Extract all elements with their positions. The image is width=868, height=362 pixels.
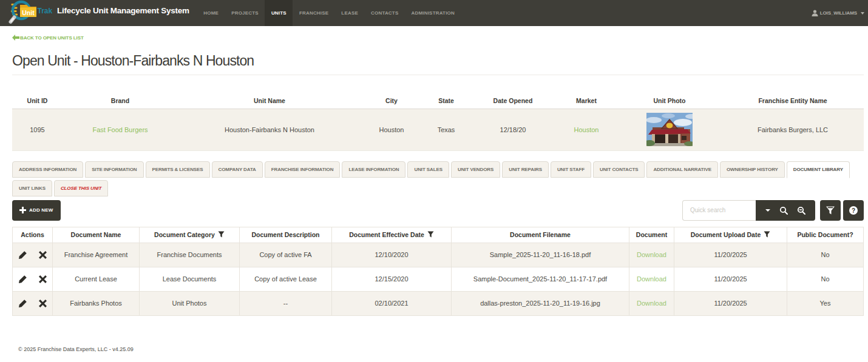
edit-icon[interactable]	[18, 299, 27, 308]
actions-cell	[13, 243, 53, 267]
franchise-entity-cell: Fairbanks Burgers, LLC	[722, 109, 864, 150]
tab-lease-information[interactable]: LEASE INFORMATION	[342, 161, 405, 178]
city-cell: Houston	[361, 109, 422, 150]
tab-row-1: ADDRESS INFORMATIONSITE INFORMATIONPERMI…	[12, 161, 864, 180]
search-button-group	[756, 200, 815, 221]
documents-table: ActionsDocument NameDocument CategoryDoc…	[12, 227, 864, 316]
document-filename-cell: dallas-preston_2025-11-20_11-19-16.jpg	[452, 291, 629, 315]
tab-close-this-unit[interactable]: CLOSE THIS UNIT	[54, 180, 108, 196]
summary-header: City	[361, 75, 422, 109]
download-link[interactable]: Download	[629, 267, 674, 291]
tab-unit-contacts[interactable]: UNIT CONTACTS	[593, 161, 645, 178]
actions-cell	[13, 267, 53, 291]
summary-header: Date Opened	[470, 75, 555, 109]
summary-header: Unit ID	[12, 75, 63, 109]
user-icon	[812, 10, 818, 16]
download-link[interactable]: Download	[629, 243, 674, 267]
tab-ownership-history[interactable]: OWNERSHIP HISTORY	[720, 161, 785, 178]
tab-unit-sales[interactable]: UNIT SALES	[407, 161, 449, 178]
summary-header: Unit Photo	[617, 75, 722, 109]
document-description-cell: Copy of active Lease	[240, 267, 332, 291]
page-title: Open Unit - Houston-Fairbanks N Houston	[12, 53, 864, 69]
nav-item-units[interactable]: UNITS	[265, 0, 293, 26]
unit-name-cell: Houston-Fairbanks N Houston	[178, 109, 361, 150]
unittrak-logo-icon: Unit Trak	[8, 0, 52, 26]
help-button[interactable]: ?	[843, 200, 864, 221]
chevron-down-icon	[861, 12, 864, 15]
search-icon[interactable]	[779, 206, 788, 215]
documents-header-document-effective-date[interactable]: Document Effective Date	[332, 227, 452, 243]
document-category-cell: Lease Documents	[140, 267, 240, 291]
nav-item-contacts[interactable]: CONTACTS	[365, 0, 405, 26]
svg-text:Trak: Trak	[38, 7, 53, 15]
documents-header-document: Document	[629, 227, 674, 243]
documents-header-public-document-: Public Document?	[787, 227, 864, 243]
unit-tabs: ADDRESS INFORMATIONSITE INFORMATIONPERMI…	[12, 161, 864, 199]
quick-search	[682, 200, 815, 221]
document-row: Franchise Agreement Franchise Documents …	[13, 243, 864, 267]
tab-address-information[interactable]: ADDRESS INFORMATION	[12, 161, 83, 178]
edit-icon[interactable]	[18, 250, 27, 260]
documents-header-document-name: Document Name	[53, 227, 140, 243]
edit-icon[interactable]	[18, 275, 27, 284]
documents-header-document-upload-date[interactable]: Document Upload Date	[674, 227, 787, 243]
main-nav: HOMEPROJECTSUNITSFRANCHISELEASECONTACTSA…	[197, 0, 461, 26]
document-upload-date-cell: 11/20/2025	[674, 267, 787, 291]
tab-unit-links[interactable]: UNIT LINKS	[12, 180, 52, 196]
nav-item-projects[interactable]: PROJECTS	[225, 0, 265, 26]
delete-icon[interactable]	[39, 251, 47, 259]
back-to-open-units-link[interactable]: BACK TO OPEN UNITS LIST	[12, 35, 84, 41]
tab-company-data[interactable]: COMPANY DATA	[212, 161, 263, 178]
tab-document-library[interactable]: DOCUMENT LIBRARY	[787, 161, 850, 178]
tab-unit-vendors[interactable]: UNIT VENDORS	[451, 161, 500, 178]
footer-copyright: © 2025 Franchise Data Experts, LLC - v4.…	[18, 346, 864, 352]
arrow-left-icon	[12, 35, 19, 41]
toolbar-right: ?	[682, 200, 864, 221]
page-content: BACK TO OPEN UNITS LIST Open Unit - Hous…	[0, 26, 868, 352]
nav-item-franchise[interactable]: FRANCHISE	[293, 0, 334, 26]
tab-permits-licenses[interactable]: PERMITS & LICENSES	[146, 161, 210, 178]
summary-header: Market	[555, 75, 617, 109]
column-filter-icon[interactable]	[427, 231, 434, 238]
tab-franchise-information[interactable]: FRANCHISE INFORMATION	[265, 161, 341, 178]
nav-item-lease[interactable]: LEASE	[335, 0, 365, 26]
document-filename-cell: Sample-Document_2025-11-20_11-17-17.pdf	[452, 267, 629, 291]
documents-header-document-filename: Document Filename	[452, 227, 629, 243]
svg-text:Unit: Unit	[22, 9, 35, 16]
unit-photo-thumbnail[interactable]	[646, 113, 693, 146]
column-filter-icon[interactable]	[764, 231, 770, 238]
tab-site-information[interactable]: SITE INFORMATION	[85, 161, 143, 178]
search-options-caret-icon[interactable]	[765, 209, 770, 212]
document-name-cell: Franchise Agreement	[53, 243, 140, 267]
download-link[interactable]: Download	[629, 291, 674, 315]
unit-summary-table: Unit IDBrandUnit NameCityStateDate Opene…	[12, 75, 864, 151]
document-category-cell: Unit Photos	[140, 291, 240, 315]
tab-additional-narrative[interactable]: ADDITIONAL NARRATIVE	[646, 161, 717, 178]
svg-text:?: ?	[852, 207, 855, 213]
clear-search-icon[interactable]	[797, 206, 805, 215]
quick-search-input[interactable]	[682, 200, 756, 221]
unit-id-cell: 1095	[12, 109, 63, 150]
nav-item-administration[interactable]: ADMINISTRATION	[405, 0, 461, 26]
column-filter-icon[interactable]	[218, 231, 225, 238]
brand-logo[interactable]: Unit Trak	[0, 0, 52, 26]
delete-icon[interactable]	[39, 275, 47, 283]
market-link[interactable]: Houston	[555, 109, 617, 150]
tab-unit-repairs[interactable]: UNIT REPAIRS	[502, 161, 549, 178]
help-icon: ?	[849, 206, 858, 215]
navbar: Unit Trak Lifecycle Unit Management Syst…	[0, 0, 868, 26]
date-opened-cell: 12/18/20	[470, 109, 555, 150]
document-upload-date-cell: 11/20/2025	[674, 243, 787, 267]
filter-button[interactable]	[820, 200, 841, 221]
tab-unit-staff[interactable]: UNIT STAFF	[551, 161, 591, 178]
user-name: LOIS_WILLIAMS	[820, 10, 857, 16]
brand-link[interactable]: Fast Food Burgers	[63, 109, 178, 150]
add-new-button[interactable]: ADD NEW	[12, 200, 61, 221]
document-row: Current Lease Lease Documents Copy of ac…	[13, 267, 864, 291]
delete-icon[interactable]	[39, 300, 47, 307]
user-menu[interactable]: LOIS_WILLIAMS	[812, 0, 868, 26]
document-description-cell: --	[240, 291, 332, 315]
document-effective-date-cell: 12/15/2020	[332, 267, 452, 291]
nav-item-home[interactable]: HOME	[197, 0, 225, 26]
documents-header-document-category[interactable]: Document Category	[140, 227, 240, 243]
